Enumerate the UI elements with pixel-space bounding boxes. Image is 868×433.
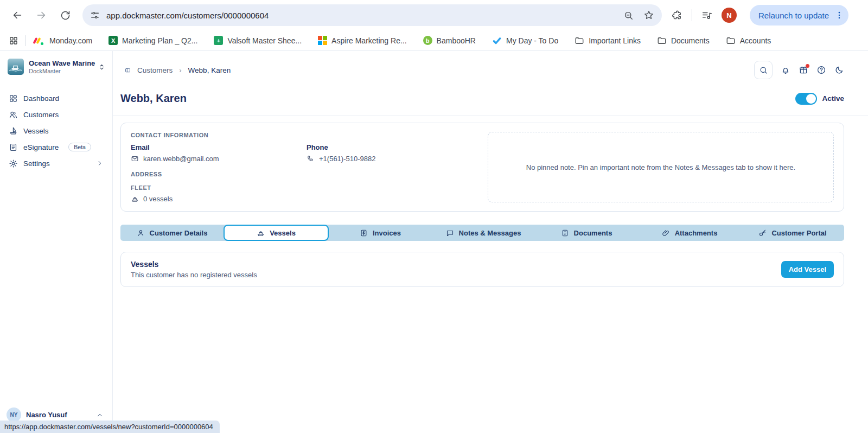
- extensions-icon[interactable]: [672, 10, 683, 21]
- sidebar-item-customers[interactable]: Customers: [0, 106, 112, 123]
- email-value-row: karen.webb@gmail.com: [131, 155, 307, 163]
- bell-icon: [781, 65, 790, 75]
- relaunch-button[interactable]: Relaunch to update: [750, 5, 848, 26]
- bookmarks-bar: Monday.com X Marketing Plan _ Q2... + Va…: [0, 30, 868, 50]
- user-name: Nasro Yusuf: [26, 411, 67, 419]
- tab-documents[interactable]: Documents: [535, 225, 638, 241]
- help-icon: [816, 65, 826, 75]
- forward-button[interactable]: [32, 6, 50, 24]
- bookmark-accounts[interactable]: Accounts: [726, 36, 771, 46]
- bookmark-my-day[interactable]: My Day - To Do: [492, 36, 558, 46]
- breadcrumb: Customers › Webb, Karen: [120, 61, 844, 79]
- bookmark-star-icon[interactable]: [643, 10, 654, 21]
- sidebar-item-esignature[interactable]: eSignature Beta: [0, 139, 112, 155]
- invoice-icon: [360, 229, 368, 237]
- toolbar-divider: [692, 9, 692, 21]
- sidebar-item-dashboard[interactable]: Dashboard: [0, 90, 112, 106]
- boat-icon: [257, 229, 265, 237]
- sidebar-item-label: Dashboard: [23, 94, 59, 103]
- zoom-icon[interactable]: [623, 10, 634, 21]
- chevron-right-icon: [96, 160, 104, 167]
- chevron-up-icon: [96, 411, 104, 419]
- sidebar-toggle-icon[interactable]: [120, 65, 131, 75]
- add-vessel-button[interactable]: Add Vessel: [781, 261, 834, 278]
- contact-info-card: CONTACT INFORMATION Email karen.webb@gma…: [120, 123, 844, 212]
- browser-toolbar: app.dockmaster.com/customers/0000000604 …: [0, 0, 868, 30]
- reload-button[interactable]: [56, 6, 74, 24]
- document-icon: [9, 143, 18, 152]
- search-icon: [759, 66, 768, 75]
- sidebar-item-label: Settings: [23, 160, 50, 168]
- folder-icon: [726, 36, 736, 46]
- org-name: Ocean Wave Marine: [29, 59, 93, 67]
- active-toggle[interactable]: [795, 93, 817, 105]
- excel-logo-icon: X: [108, 36, 118, 45]
- org-logo: [8, 59, 24, 75]
- sidebar-item-label: eSignature: [23, 143, 59, 151]
- relaunch-label: Relaunch to update: [758, 11, 829, 20]
- link-preview-statusbar: https://app.dockmaster.com/vessels/new?c…: [0, 421, 220, 433]
- browser-menu-icon[interactable]: [834, 10, 844, 20]
- breadcrumb-separator: ›: [179, 66, 181, 74]
- url-text[interactable]: app.dockmaster.com/customers/0000000604: [106, 11, 614, 20]
- org-switcher[interactable]: Ocean Wave Marine DockMaster: [0, 51, 112, 80]
- bookmark-important-links[interactable]: Important Links: [575, 36, 641, 46]
- search-button[interactable]: [754, 61, 773, 79]
- sidebar-item-settings[interactable]: Settings: [0, 155, 112, 171]
- phone-value[interactable]: +1(561)-510-9882: [319, 155, 375, 163]
- browser-profile-avatar[interactable]: N: [722, 8, 737, 23]
- document-icon: [561, 229, 569, 237]
- users-icon: [9, 110, 18, 119]
- page-title: Webb, Karen: [120, 92, 187, 105]
- folder-icon: [657, 36, 667, 46]
- sidebar-item-label: Customers: [23, 111, 59, 119]
- url-bar[interactable]: app.dockmaster.com/customers/0000000604: [82, 4, 662, 26]
- key-icon: [758, 229, 767, 237]
- breadcrumb-customers[interactable]: Customers: [137, 66, 173, 74]
- bookmark-marketing-plan[interactable]: X Marketing Plan _ Q2...: [108, 36, 197, 45]
- main-area: Customers › Webb, Karen: [113, 51, 868, 433]
- person-icon: [137, 229, 145, 237]
- dark-mode-button[interactable]: [834, 65, 844, 75]
- whats-new-button[interactable]: [799, 65, 808, 75]
- bookmarks-divider: [25, 35, 25, 46]
- site-info-icon[interactable]: [90, 10, 100, 20]
- bookmark-bamboohr[interactable]: b BambooHR: [423, 36, 476, 45]
- email-block: Email karen.webb@gmail.com: [131, 138, 307, 163]
- media-controls-icon[interactable]: [701, 9, 713, 21]
- tab-attachments[interactable]: Attachments: [638, 225, 741, 241]
- page-header: Customers › Webb, Karen: [113, 51, 868, 116]
- bookmark-aspire[interactable]: Aspire Marketing Re...: [318, 36, 407, 45]
- chevrons-up-down-icon: [98, 63, 106, 71]
- tab-customer-portal[interactable]: Customer Portal: [741, 225, 844, 241]
- pinned-note-placeholder: No pinned note. Pin an important note fr…: [488, 132, 834, 202]
- bookmark-monday[interactable]: Monday.com: [34, 36, 92, 45]
- tab-notes-messages[interactable]: Notes & Messages: [432, 225, 535, 241]
- apps-grid-icon[interactable]: [9, 36, 18, 46]
- email-value[interactable]: karen.webb@gmail.com: [143, 155, 219, 163]
- chat-icon: [446, 229, 454, 237]
- notification-dot: [806, 64, 809, 68]
- sidebar-item-vessels[interactable]: Vessels: [0, 123, 112, 139]
- org-product: DockMaster: [29, 68, 93, 74]
- vessels-title: Vessels: [131, 260, 257, 269]
- header-actions: [754, 61, 844, 79]
- tab-customer-details[interactable]: Customer Details: [120, 225, 224, 241]
- bookmark-documents[interactable]: Documents: [657, 36, 710, 46]
- tab-invoices[interactable]: Invoices: [329, 225, 432, 241]
- help-button[interactable]: [816, 65, 826, 75]
- email-label: Email: [131, 143, 307, 151]
- customer-tabs: Customer Details Vessels Invoices Notes …: [120, 225, 844, 241]
- moon-icon: [834, 65, 844, 75]
- paperclip-icon: [662, 229, 670, 237]
- back-button[interactable]: [8, 6, 27, 24]
- microsoft-logo-icon: [318, 36, 327, 45]
- toolbar-right: N Relaunch to update: [672, 5, 848, 26]
- tab-vessels[interactable]: Vessels: [224, 225, 329, 241]
- bookmark-valsoft-sheet[interactable]: + Valsoft Master Shee...: [214, 36, 302, 45]
- reload-icon: [60, 10, 71, 21]
- boat-icon: [131, 195, 139, 203]
- notifications-button[interactable]: [781, 65, 790, 75]
- sailboat-icon: [9, 126, 18, 136]
- page-content: CONTACT INFORMATION Email karen.webb@gma…: [113, 116, 868, 287]
